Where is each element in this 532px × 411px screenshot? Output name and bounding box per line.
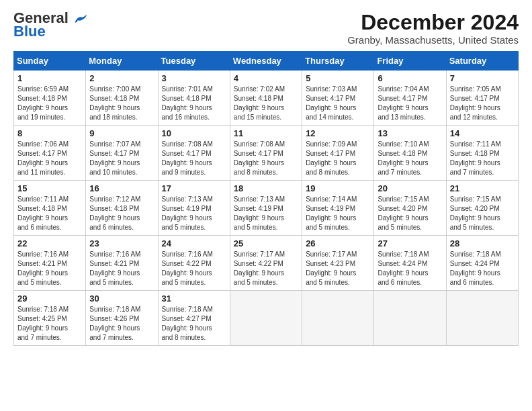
calendar-cell: 8Sunrise: 7:06 AM Sunset: 4:17 PM Daylig… bbox=[14, 126, 86, 181]
weekday-header-row: SundayMondayTuesdayWednesdayThursdayFrid… bbox=[14, 52, 519, 71]
calendar-cell: 5Sunrise: 7:03 AM Sunset: 4:17 PM Daylig… bbox=[302, 71, 374, 126]
day-number: 18 bbox=[234, 183, 298, 193]
calendar-cell bbox=[374, 291, 446, 346]
calendar-cell: 30Sunrise: 7:18 AM Sunset: 4:26 PM Dayli… bbox=[86, 291, 158, 346]
day-info: Sunrise: 7:18 AM Sunset: 4:26 PM Dayligh… bbox=[89, 305, 154, 342]
logo: General Blue bbox=[13, 11, 89, 39]
calendar-cell: 7Sunrise: 7:05 AM Sunset: 4:17 PM Daylig… bbox=[446, 71, 518, 126]
day-info: Sunrise: 7:17 AM Sunset: 4:23 PM Dayligh… bbox=[306, 250, 370, 287]
weekday-header-monday: Monday bbox=[86, 52, 158, 71]
day-number: 27 bbox=[378, 238, 442, 248]
logo-blue: Blue bbox=[13, 24, 46, 39]
logo-bird-icon bbox=[74, 13, 89, 25]
day-info: Sunrise: 7:08 AM Sunset: 4:17 PM Dayligh… bbox=[234, 140, 298, 177]
day-number: 23 bbox=[89, 238, 154, 248]
day-info: Sunrise: 7:11 AM Sunset: 4:18 PM Dayligh… bbox=[450, 140, 515, 177]
calendar-cell: 11Sunrise: 7:08 AM Sunset: 4:17 PM Dayli… bbox=[230, 126, 302, 181]
weekday-header-thursday: Thursday bbox=[302, 52, 374, 71]
month-title: December 2024 bbox=[347, 11, 519, 34]
day-number: 11 bbox=[234, 128, 298, 138]
calendar-cell: 21Sunrise: 7:15 AM Sunset: 4:20 PM Dayli… bbox=[446, 181, 518, 236]
day-number: 5 bbox=[306, 73, 370, 83]
day-info: Sunrise: 7:05 AM Sunset: 4:17 PM Dayligh… bbox=[450, 85, 515, 122]
day-number: 3 bbox=[162, 73, 226, 83]
day-info: Sunrise: 7:01 AM Sunset: 4:18 PM Dayligh… bbox=[162, 85, 226, 122]
calendar-cell: 24Sunrise: 7:16 AM Sunset: 4:22 PM Dayli… bbox=[158, 236, 230, 291]
day-number: 17 bbox=[162, 183, 226, 193]
day-info: Sunrise: 7:14 AM Sunset: 4:19 PM Dayligh… bbox=[306, 195, 370, 232]
calendar-cell: 26Sunrise: 7:17 AM Sunset: 4:23 PM Dayli… bbox=[302, 236, 374, 291]
calendar-body: 1Sunrise: 6:59 AM Sunset: 4:18 PM Daylig… bbox=[14, 71, 519, 346]
calendar-cell: 22Sunrise: 7:16 AM Sunset: 4:21 PM Dayli… bbox=[14, 236, 86, 291]
day-number: 2 bbox=[89, 73, 154, 83]
day-info: Sunrise: 7:15 AM Sunset: 4:20 PM Dayligh… bbox=[378, 195, 442, 232]
calendar-cell bbox=[302, 291, 374, 346]
calendar-cell: 15Sunrise: 7:11 AM Sunset: 4:18 PM Dayli… bbox=[14, 181, 86, 236]
day-number: 19 bbox=[306, 183, 370, 193]
day-info: Sunrise: 7:18 AM Sunset: 4:25 PM Dayligh… bbox=[17, 305, 82, 342]
calendar-week-row: 15Sunrise: 7:11 AM Sunset: 4:18 PM Dayli… bbox=[14, 181, 519, 236]
day-info: Sunrise: 7:10 AM Sunset: 4:18 PM Dayligh… bbox=[378, 140, 442, 177]
calendar-cell: 17Sunrise: 7:13 AM Sunset: 4:19 PM Dayli… bbox=[158, 181, 230, 236]
calendar-cell: 25Sunrise: 7:17 AM Sunset: 4:22 PM Dayli… bbox=[230, 236, 302, 291]
day-info: Sunrise: 7:13 AM Sunset: 4:19 PM Dayligh… bbox=[234, 195, 298, 232]
calendar-cell: 2Sunrise: 7:00 AM Sunset: 4:18 PM Daylig… bbox=[86, 71, 158, 126]
calendar-week-row: 22Sunrise: 7:16 AM Sunset: 4:21 PM Dayli… bbox=[14, 236, 519, 291]
day-info: Sunrise: 7:07 AM Sunset: 4:17 PM Dayligh… bbox=[89, 140, 154, 177]
day-number: 22 bbox=[17, 238, 82, 248]
day-number: 10 bbox=[162, 128, 226, 138]
day-number: 9 bbox=[89, 128, 154, 138]
day-info: Sunrise: 7:18 AM Sunset: 4:27 PM Dayligh… bbox=[162, 305, 226, 342]
day-info: Sunrise: 7:00 AM Sunset: 4:18 PM Dayligh… bbox=[89, 85, 154, 122]
day-info: Sunrise: 7:18 AM Sunset: 4:24 PM Dayligh… bbox=[450, 250, 515, 287]
calendar-cell: 6Sunrise: 7:04 AM Sunset: 4:17 PM Daylig… bbox=[374, 71, 446, 126]
calendar-cell bbox=[230, 291, 302, 346]
day-number: 20 bbox=[378, 183, 442, 193]
calendar-table: SundayMondayTuesdayWednesdayThursdayFrid… bbox=[13, 51, 519, 346]
title-block: December 2024 Granby, Massachusetts, Uni… bbox=[347, 11, 519, 46]
day-number: 16 bbox=[89, 183, 154, 193]
day-number: 6 bbox=[378, 73, 442, 83]
day-number: 31 bbox=[162, 293, 226, 304]
day-info: Sunrise: 7:12 AM Sunset: 4:18 PM Dayligh… bbox=[89, 195, 154, 232]
weekday-header-wednesday: Wednesday bbox=[230, 52, 302, 71]
weekday-header-sunday: Sunday bbox=[14, 52, 86, 71]
location-text: Granby, Massachusetts, United States bbox=[347, 34, 519, 46]
day-number: 30 bbox=[89, 293, 154, 304]
day-info: Sunrise: 7:13 AM Sunset: 4:19 PM Dayligh… bbox=[162, 195, 226, 232]
calendar-cell: 23Sunrise: 7:16 AM Sunset: 4:21 PM Dayli… bbox=[86, 236, 158, 291]
calendar-cell: 27Sunrise: 7:18 AM Sunset: 4:24 PM Dayli… bbox=[374, 236, 446, 291]
day-info: Sunrise: 7:16 AM Sunset: 4:22 PM Dayligh… bbox=[162, 250, 226, 287]
day-number: 14 bbox=[450, 128, 515, 138]
day-number: 24 bbox=[162, 238, 226, 248]
calendar-cell bbox=[446, 291, 518, 346]
day-number: 25 bbox=[234, 238, 298, 248]
calendar-cell: 14Sunrise: 7:11 AM Sunset: 4:18 PM Dayli… bbox=[446, 126, 518, 181]
calendar-cell: 19Sunrise: 7:14 AM Sunset: 4:19 PM Dayli… bbox=[302, 181, 374, 236]
day-number: 21 bbox=[450, 183, 515, 193]
calendar-cell: 29Sunrise: 7:18 AM Sunset: 4:25 PM Dayli… bbox=[14, 291, 86, 346]
day-number: 8 bbox=[17, 128, 82, 138]
day-info: Sunrise: 7:03 AM Sunset: 4:17 PM Dayligh… bbox=[306, 85, 370, 122]
calendar-cell: 4Sunrise: 7:02 AM Sunset: 4:18 PM Daylig… bbox=[230, 71, 302, 126]
calendar-cell: 20Sunrise: 7:15 AM Sunset: 4:20 PM Dayli… bbox=[374, 181, 446, 236]
day-info: Sunrise: 7:08 AM Sunset: 4:17 PM Dayligh… bbox=[162, 140, 226, 177]
day-info: Sunrise: 7:18 AM Sunset: 4:24 PM Dayligh… bbox=[378, 250, 442, 287]
day-number: 29 bbox=[17, 293, 82, 304]
day-number: 4 bbox=[234, 73, 298, 83]
calendar-cell: 28Sunrise: 7:18 AM Sunset: 4:24 PM Dayli… bbox=[446, 236, 518, 291]
day-info: Sunrise: 7:02 AM Sunset: 4:18 PM Dayligh… bbox=[234, 85, 298, 122]
day-info: Sunrise: 7:15 AM Sunset: 4:20 PM Dayligh… bbox=[450, 195, 515, 232]
day-number: 1 bbox=[17, 73, 82, 83]
day-info: Sunrise: 6:59 AM Sunset: 4:18 PM Dayligh… bbox=[17, 85, 82, 122]
calendar-week-row: 29Sunrise: 7:18 AM Sunset: 4:25 PM Dayli… bbox=[14, 291, 519, 346]
calendar-cell: 31Sunrise: 7:18 AM Sunset: 4:27 PM Dayli… bbox=[158, 291, 230, 346]
calendar-cell: 18Sunrise: 7:13 AM Sunset: 4:19 PM Dayli… bbox=[230, 181, 302, 236]
calendar-cell: 12Sunrise: 7:09 AM Sunset: 4:17 PM Dayli… bbox=[302, 126, 374, 181]
calendar-header: SundayMondayTuesdayWednesdayThursdayFrid… bbox=[14, 52, 519, 71]
calendar-cell: 1Sunrise: 6:59 AM Sunset: 4:18 PM Daylig… bbox=[14, 71, 86, 126]
day-number: 26 bbox=[306, 238, 370, 248]
day-number: 13 bbox=[378, 128, 442, 138]
day-number: 12 bbox=[306, 128, 370, 138]
calendar-cell: 9Sunrise: 7:07 AM Sunset: 4:17 PM Daylig… bbox=[86, 126, 158, 181]
